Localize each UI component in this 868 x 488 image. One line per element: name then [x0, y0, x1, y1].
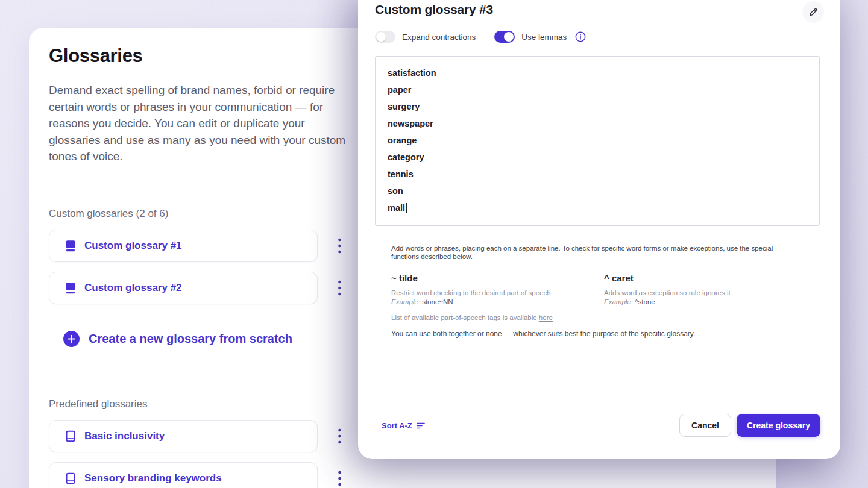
kebab-icon: [338, 428, 341, 444]
modal-title: Custom glossary #3: [375, 2, 493, 17]
glossary-word: mall: [388, 199, 807, 216]
glossary-word: orange: [388, 132, 807, 149]
custom-glossary-2-card[interactable]: Custom glossary #2: [49, 272, 318, 304]
glossary-word: newspaper: [388, 115, 807, 132]
glossary-row: Basic inclusivity: [49, 420, 362, 452]
caret-description: Adds word as exception so rule ignores i…: [604, 289, 803, 298]
editor-help-text: Add words or phrases, placing each on a …: [391, 244, 796, 261]
glossary-word: paper: [388, 81, 807, 98]
toggle-row: Expand contractions Use lemmas: [375, 31, 587, 43]
custom-glossary-1-label: Custom glossary #1: [84, 240, 182, 252]
create-glossary-link-label: Create a new glossary from scratch: [89, 332, 292, 346]
kebab-icon: [338, 238, 341, 254]
tilde-function-block: ~ tilde Restrict word checking to the de…: [391, 273, 590, 321]
usage-note: You can use both together or none — whic…: [391, 330, 695, 338]
book-outline-icon: [64, 430, 77, 443]
predefined-glossary-1-card[interactable]: Basic inclusivity: [49, 420, 318, 452]
glossary-editor-modal: Custom glossary #3 Expand contractions U…: [358, 0, 840, 459]
edit-title-button[interactable]: [802, 1, 824, 23]
app-background: Glossaries Demand exact spelling of bran…: [0, 0, 868, 488]
glossary-word: son: [388, 183, 807, 199]
sort-icon: [417, 422, 425, 429]
predefined-glossary-1-label: Basic inclusivity: [84, 430, 165, 442]
plus-circle-icon: [63, 331, 80, 347]
tilde-description: Restrict word checking to the desired pa…: [391, 289, 590, 298]
text-cursor: [406, 203, 407, 213]
predefined-glossary-2-card[interactable]: Sensory branding keywords: [49, 462, 318, 488]
toggle-knob: [504, 32, 514, 42]
custom-glossary-1-menu-button[interactable]: [331, 235, 348, 257]
modal-footer: Sort A-Z Cancel Create glossary: [382, 414, 820, 437]
cancel-button[interactable]: Cancel: [679, 414, 731, 437]
create-glossary-button[interactable]: Create glossary: [737, 414, 820, 437]
book-filled-icon: [64, 239, 77, 252]
glossary-word: satisfaction: [388, 64, 807, 81]
expand-contractions-label: Expand contractions: [402, 33, 476, 42]
page-title: Glossaries: [49, 45, 362, 67]
pos-tags-link[interactable]: here: [539, 314, 553, 321]
caret-function-block: ^ caret Adds word as exception so rule i…: [604, 273, 803, 305]
use-lemmas-toggle[interactable]: [494, 31, 515, 43]
predefined-glossary-2-label: Sensory branding keywords: [84, 472, 222, 484]
book-filled-icon: [64, 281, 77, 295]
toggle-knob: [376, 32, 386, 42]
glossary-word: tennis: [388, 166, 807, 183]
glossary-word: category: [388, 149, 807, 166]
caret-title: ^ caret: [604, 273, 803, 283]
pos-tags-line: List of available part-of-speech tags is…: [391, 314, 590, 321]
custom-glossary-2-label: Custom glossary #2: [84, 282, 182, 294]
custom-glossary-2-menu-button[interactable]: [331, 277, 348, 299]
glossary-row: Custom glossary #2: [49, 272, 362, 304]
custom-glossary-1-card[interactable]: Custom glossary #1: [49, 230, 318, 262]
glossary-row: Sensory branding keywords: [49, 462, 362, 488]
sort-az-label: Sort A-Z: [382, 421, 412, 430]
predefined-glossary-2-menu-button[interactable]: [331, 468, 348, 488]
page-description: Demand exact spelling of brand names, fo…: [49, 82, 359, 165]
tilde-title: ~ tilde: [391, 273, 590, 283]
glossary-words-editor[interactable]: satisfaction paper surgery newspaper ora…: [375, 56, 820, 226]
predefined-glossaries-label: Predefined glossaries: [49, 398, 362, 410]
info-icon: [575, 31, 586, 42]
pencil-icon: [808, 7, 819, 17]
kebab-icon: [338, 280, 341, 296]
expand-contractions-toggle[interactable]: [375, 31, 395, 43]
custom-glossaries-label: Custom glossaries (2 of 6): [49, 208, 362, 220]
tilde-example: Example: stone~NN: [391, 298, 590, 305]
sort-az-button[interactable]: Sort A-Z: [382, 421, 425, 430]
book-outline-icon: [64, 472, 77, 485]
caret-example: Example: ^stone: [604, 298, 803, 305]
use-lemmas-label: Use lemmas: [521, 33, 567, 42]
glossary-row: Custom glossary #1: [49, 230, 362, 262]
predefined-glossary-1-menu-button[interactable]: [331, 425, 348, 447]
create-glossary-link[interactable]: Create a new glossary from scratch: [49, 331, 362, 347]
glossary-word: surgery: [388, 98, 807, 115]
kebab-icon: [338, 471, 341, 486]
lemmas-info-button[interactable]: [574, 31, 587, 43]
